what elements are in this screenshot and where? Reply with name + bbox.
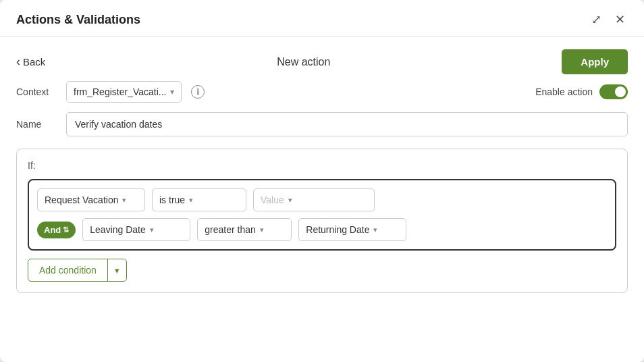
modal-header: Actions & Validations ⤢ ✕ bbox=[0, 0, 644, 37]
operator-select-1-value: is true bbox=[159, 195, 185, 205]
add-condition-label: Add condition bbox=[28, 259, 108, 281]
add-condition-chevron-icon: ▾ bbox=[108, 260, 126, 281]
field-select-2[interactable]: Leaving Date ▾ bbox=[82, 218, 190, 241]
name-input[interactable] bbox=[66, 112, 628, 136]
and-label: And bbox=[44, 225, 61, 235]
operator-select-2[interactable]: greater than ▾ bbox=[197, 218, 292, 241]
value-select-2-value: Returning Date bbox=[306, 224, 369, 235]
operator-select-2-chevron-icon: ▾ bbox=[260, 226, 264, 234]
enable-action-label: Enable action bbox=[535, 86, 593, 97]
if-section: If: Request Vacation ▾ is true ▾ Value ▾ bbox=[16, 149, 628, 293]
modal-container: Actions & Validations ⤢ ✕ ‹ Back New act… bbox=[0, 0, 644, 362]
context-row: Context frm_Register_Vacati... ▾ ℹ Enabl… bbox=[0, 81, 644, 112]
condition-box: Request Vacation ▾ is true ▾ Value ▾ And… bbox=[28, 179, 616, 251]
value-select-1[interactable]: Value ▾ bbox=[253, 188, 375, 211]
operator-select-2-value: greater than bbox=[205, 224, 256, 235]
expand-icon[interactable]: ⤢ bbox=[589, 12, 604, 27]
if-label: If: bbox=[28, 160, 616, 171]
enable-action-toggle[interactable] bbox=[599, 84, 628, 99]
add-condition-button[interactable]: Add condition ▾ bbox=[28, 259, 127, 282]
value-select-1-placeholder: Value bbox=[261, 195, 284, 205]
value-select-1-chevron-icon: ▾ bbox=[288, 196, 292, 205]
value-select-2[interactable]: Returning Date ▾ bbox=[298, 218, 406, 241]
context-select-chevron-icon: ▾ bbox=[170, 87, 174, 97]
field-select-2-chevron-icon: ▾ bbox=[150, 226, 154, 234]
condition-row-1: Request Vacation ▾ is true ▾ Value ▾ bbox=[37, 188, 607, 211]
toolbar-center-label: New action bbox=[277, 56, 330, 68]
condition-row-2: And ⇅ Leaving Date ▾ greater than ▾ Retu… bbox=[37, 218, 607, 241]
field-select-1[interactable]: Request Vacation ▾ bbox=[37, 188, 145, 211]
operator-select-1[interactable]: is true ▾ bbox=[152, 188, 246, 211]
and-arrows-icon: ⇅ bbox=[63, 226, 69, 234]
enable-action-row: Enable action bbox=[535, 84, 628, 99]
context-info-icon[interactable]: ℹ bbox=[191, 85, 205, 99]
close-icon[interactable]: ✕ bbox=[612, 12, 628, 27]
modal-title: Actions & Validations bbox=[16, 13, 140, 27]
add-condition-row: Add condition ▾ bbox=[28, 259, 616, 282]
name-row: Name bbox=[0, 112, 644, 149]
context-select[interactable]: frm_Register_Vacati... ▾ bbox=[66, 81, 182, 103]
back-arrow-icon: ‹ bbox=[16, 55, 20, 69]
field-select-2-value: Leaving Date bbox=[90, 224, 146, 235]
modal-toolbar: ‹ Back New action Apply bbox=[0, 37, 644, 81]
apply-button[interactable]: Apply bbox=[562, 49, 628, 74]
modal-header-icons: ⤢ ✕ bbox=[589, 12, 628, 27]
operator-select-1-chevron-icon: ▾ bbox=[189, 196, 193, 205]
and-badge[interactable]: And ⇅ bbox=[37, 222, 76, 238]
value-select-2-chevron-icon: ▾ bbox=[373, 226, 377, 234]
back-button[interactable]: ‹ Back bbox=[16, 55, 45, 69]
field-select-1-value: Request Vacation bbox=[45, 195, 118, 205]
field-select-1-chevron-icon: ▾ bbox=[122, 196, 126, 205]
context-label: Context bbox=[16, 86, 57, 97]
name-label: Name bbox=[16, 119, 57, 130]
